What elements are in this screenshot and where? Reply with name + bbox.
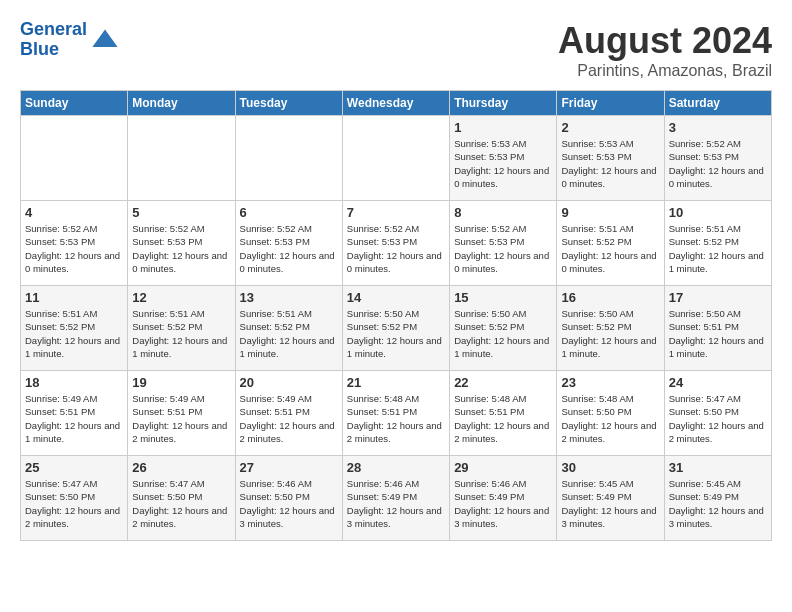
day-info: Sunrise: 5:47 AM Sunset: 5:50 PM Dayligh… bbox=[132, 477, 230, 530]
day-info: Sunrise: 5:51 AM Sunset: 5:52 PM Dayligh… bbox=[561, 222, 659, 275]
day-info: Sunrise: 5:52 AM Sunset: 5:53 PM Dayligh… bbox=[347, 222, 445, 275]
day-info: Sunrise: 5:45 AM Sunset: 5:49 PM Dayligh… bbox=[561, 477, 659, 530]
day-number: 22 bbox=[454, 375, 552, 390]
calendar-cell: 20Sunrise: 5:49 AM Sunset: 5:51 PM Dayli… bbox=[235, 371, 342, 456]
header-saturday: Saturday bbox=[664, 91, 771, 116]
day-number: 15 bbox=[454, 290, 552, 305]
calendar-week-2: 4Sunrise: 5:52 AM Sunset: 5:53 PM Daylig… bbox=[21, 201, 772, 286]
day-number: 23 bbox=[561, 375, 659, 390]
calendar-week-3: 11Sunrise: 5:51 AM Sunset: 5:52 PM Dayli… bbox=[21, 286, 772, 371]
calendar-header: Sunday Monday Tuesday Wednesday Thursday… bbox=[21, 91, 772, 116]
day-info: Sunrise: 5:45 AM Sunset: 5:49 PM Dayligh… bbox=[669, 477, 767, 530]
calendar-cell: 4Sunrise: 5:52 AM Sunset: 5:53 PM Daylig… bbox=[21, 201, 128, 286]
header-tuesday: Tuesday bbox=[235, 91, 342, 116]
day-info: Sunrise: 5:52 AM Sunset: 5:53 PM Dayligh… bbox=[240, 222, 338, 275]
day-info: Sunrise: 5:51 AM Sunset: 5:52 PM Dayligh… bbox=[240, 307, 338, 360]
day-number: 20 bbox=[240, 375, 338, 390]
day-number: 6 bbox=[240, 205, 338, 220]
page-header: GeneralBlue August 2024 Parintins, Amazo… bbox=[20, 20, 772, 80]
day-number: 13 bbox=[240, 290, 338, 305]
calendar-cell: 13Sunrise: 5:51 AM Sunset: 5:52 PM Dayli… bbox=[235, 286, 342, 371]
day-info: Sunrise: 5:48 AM Sunset: 5:50 PM Dayligh… bbox=[561, 392, 659, 445]
day-info: Sunrise: 5:52 AM Sunset: 5:53 PM Dayligh… bbox=[25, 222, 123, 275]
header-monday: Monday bbox=[128, 91, 235, 116]
calendar-cell bbox=[342, 116, 449, 201]
calendar-cell bbox=[128, 116, 235, 201]
day-number: 2 bbox=[561, 120, 659, 135]
main-title: August 2024 bbox=[558, 20, 772, 62]
header-thursday: Thursday bbox=[450, 91, 557, 116]
calendar-cell: 29Sunrise: 5:46 AM Sunset: 5:49 PM Dayli… bbox=[450, 456, 557, 541]
calendar-cell: 24Sunrise: 5:47 AM Sunset: 5:50 PM Dayli… bbox=[664, 371, 771, 456]
day-number: 9 bbox=[561, 205, 659, 220]
day-number: 24 bbox=[669, 375, 767, 390]
subtitle: Parintins, Amazonas, Brazil bbox=[558, 62, 772, 80]
day-info: Sunrise: 5:51 AM Sunset: 5:52 PM Dayligh… bbox=[132, 307, 230, 360]
day-number: 18 bbox=[25, 375, 123, 390]
day-info: Sunrise: 5:51 AM Sunset: 5:52 PM Dayligh… bbox=[669, 222, 767, 275]
calendar-cell: 1Sunrise: 5:53 AM Sunset: 5:53 PM Daylig… bbox=[450, 116, 557, 201]
calendar-cell: 26Sunrise: 5:47 AM Sunset: 5:50 PM Dayli… bbox=[128, 456, 235, 541]
day-number: 3 bbox=[669, 120, 767, 135]
day-number: 27 bbox=[240, 460, 338, 475]
day-number: 21 bbox=[347, 375, 445, 390]
day-info: Sunrise: 5:49 AM Sunset: 5:51 PM Dayligh… bbox=[240, 392, 338, 445]
day-info: Sunrise: 5:52 AM Sunset: 5:53 PM Dayligh… bbox=[454, 222, 552, 275]
day-number: 10 bbox=[669, 205, 767, 220]
day-info: Sunrise: 5:50 AM Sunset: 5:52 PM Dayligh… bbox=[347, 307, 445, 360]
calendar-cell: 23Sunrise: 5:48 AM Sunset: 5:50 PM Dayli… bbox=[557, 371, 664, 456]
calendar-cell: 7Sunrise: 5:52 AM Sunset: 5:53 PM Daylig… bbox=[342, 201, 449, 286]
calendar-week-1: 1Sunrise: 5:53 AM Sunset: 5:53 PM Daylig… bbox=[21, 116, 772, 201]
calendar-cell: 6Sunrise: 5:52 AM Sunset: 5:53 PM Daylig… bbox=[235, 201, 342, 286]
calendar-cell: 28Sunrise: 5:46 AM Sunset: 5:49 PM Dayli… bbox=[342, 456, 449, 541]
calendar-cell: 21Sunrise: 5:48 AM Sunset: 5:51 PM Dayli… bbox=[342, 371, 449, 456]
day-number: 28 bbox=[347, 460, 445, 475]
calendar-cell: 10Sunrise: 5:51 AM Sunset: 5:52 PM Dayli… bbox=[664, 201, 771, 286]
calendar-cell: 27Sunrise: 5:46 AM Sunset: 5:50 PM Dayli… bbox=[235, 456, 342, 541]
day-info: Sunrise: 5:53 AM Sunset: 5:53 PM Dayligh… bbox=[454, 137, 552, 190]
day-info: Sunrise: 5:48 AM Sunset: 5:51 PM Dayligh… bbox=[347, 392, 445, 445]
header-row: Sunday Monday Tuesday Wednesday Thursday… bbox=[21, 91, 772, 116]
calendar-cell: 30Sunrise: 5:45 AM Sunset: 5:49 PM Dayli… bbox=[557, 456, 664, 541]
calendar-cell bbox=[235, 116, 342, 201]
day-number: 25 bbox=[25, 460, 123, 475]
calendar-body: 1Sunrise: 5:53 AM Sunset: 5:53 PM Daylig… bbox=[21, 116, 772, 541]
calendar-cell: 17Sunrise: 5:50 AM Sunset: 5:51 PM Dayli… bbox=[664, 286, 771, 371]
day-info: Sunrise: 5:50 AM Sunset: 5:52 PM Dayligh… bbox=[454, 307, 552, 360]
day-info: Sunrise: 5:50 AM Sunset: 5:52 PM Dayligh… bbox=[561, 307, 659, 360]
calendar-cell: 11Sunrise: 5:51 AM Sunset: 5:52 PM Dayli… bbox=[21, 286, 128, 371]
day-number: 17 bbox=[669, 290, 767, 305]
header-wednesday: Wednesday bbox=[342, 91, 449, 116]
day-info: Sunrise: 5:47 AM Sunset: 5:50 PM Dayligh… bbox=[669, 392, 767, 445]
day-number: 26 bbox=[132, 460, 230, 475]
calendar-cell: 12Sunrise: 5:51 AM Sunset: 5:52 PM Dayli… bbox=[128, 286, 235, 371]
calendar-cell: 8Sunrise: 5:52 AM Sunset: 5:53 PM Daylig… bbox=[450, 201, 557, 286]
day-info: Sunrise: 5:48 AM Sunset: 5:51 PM Dayligh… bbox=[454, 392, 552, 445]
day-info: Sunrise: 5:52 AM Sunset: 5:53 PM Dayligh… bbox=[669, 137, 767, 190]
calendar-cell: 18Sunrise: 5:49 AM Sunset: 5:51 PM Dayli… bbox=[21, 371, 128, 456]
calendar-cell: 22Sunrise: 5:48 AM Sunset: 5:51 PM Dayli… bbox=[450, 371, 557, 456]
day-info: Sunrise: 5:46 AM Sunset: 5:49 PM Dayligh… bbox=[347, 477, 445, 530]
day-number: 16 bbox=[561, 290, 659, 305]
day-info: Sunrise: 5:50 AM Sunset: 5:51 PM Dayligh… bbox=[669, 307, 767, 360]
calendar-cell: 15Sunrise: 5:50 AM Sunset: 5:52 PM Dayli… bbox=[450, 286, 557, 371]
day-number: 5 bbox=[132, 205, 230, 220]
day-number: 11 bbox=[25, 290, 123, 305]
header-friday: Friday bbox=[557, 91, 664, 116]
day-info: Sunrise: 5:47 AM Sunset: 5:50 PM Dayligh… bbox=[25, 477, 123, 530]
svg-marker-0 bbox=[92, 29, 117, 47]
day-number: 31 bbox=[669, 460, 767, 475]
day-info: Sunrise: 5:46 AM Sunset: 5:50 PM Dayligh… bbox=[240, 477, 338, 530]
calendar-cell: 3Sunrise: 5:52 AM Sunset: 5:53 PM Daylig… bbox=[664, 116, 771, 201]
calendar-week-4: 18Sunrise: 5:49 AM Sunset: 5:51 PM Dayli… bbox=[21, 371, 772, 456]
calendar-cell bbox=[21, 116, 128, 201]
calendar-week-5: 25Sunrise: 5:47 AM Sunset: 5:50 PM Dayli… bbox=[21, 456, 772, 541]
calendar-cell: 31Sunrise: 5:45 AM Sunset: 5:49 PM Dayli… bbox=[664, 456, 771, 541]
calendar-cell: 2Sunrise: 5:53 AM Sunset: 5:53 PM Daylig… bbox=[557, 116, 664, 201]
logo: GeneralBlue bbox=[20, 20, 119, 60]
day-number: 30 bbox=[561, 460, 659, 475]
day-info: Sunrise: 5:46 AM Sunset: 5:49 PM Dayligh… bbox=[454, 477, 552, 530]
day-number: 7 bbox=[347, 205, 445, 220]
day-info: Sunrise: 5:49 AM Sunset: 5:51 PM Dayligh… bbox=[25, 392, 123, 445]
day-number: 29 bbox=[454, 460, 552, 475]
